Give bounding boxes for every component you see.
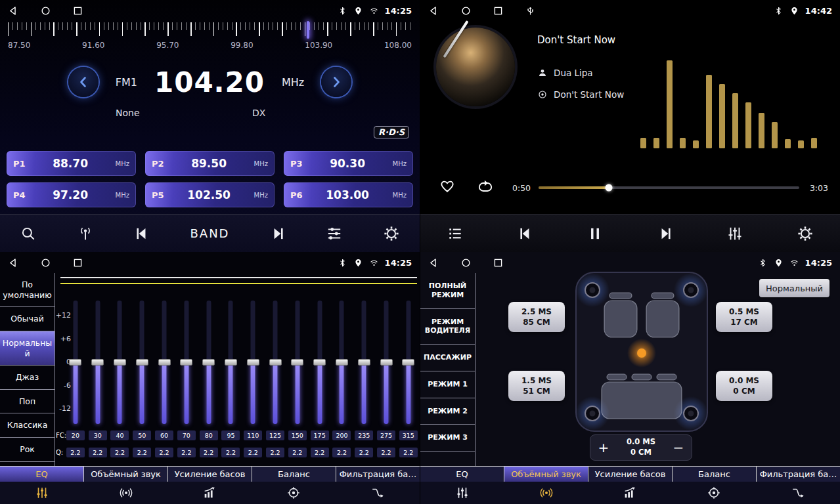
preset-p3-button[interactable]: P390.30MHz [284,151,413,176]
mixer-icon[interactable] [726,225,743,242]
eq-band-slider[interactable] [317,301,322,424]
frequency-ruler[interactable] [8,21,412,39]
surround-mode-item[interactable]: РЕЖИМ ВОДИТЕЛЯ [420,309,475,345]
increase-delay-button[interactable]: + [590,441,617,454]
eq-preset-item[interactable]: Классика [0,413,55,438]
home-icon[interactable] [40,257,51,268]
back-icon[interactable] [8,257,19,268]
tab-bass-boost[interactable]: Усиление басов [168,467,252,482]
tab-eq[interactable]: EQ [0,467,84,482]
tab-filter[interactable]: Фильтрация ба… [336,467,420,482]
surround-mode-item[interactable]: ПАССАЖИР [420,345,475,371]
decrease-delay-button[interactable]: − [665,441,692,454]
eq-preset-item[interactable]: Джаз [0,366,55,390]
eq-band-slider[interactable] [340,301,344,424]
tune-up-button[interactable] [321,67,351,97]
eq-slider-handle[interactable] [402,359,414,366]
eq-slider-handle[interactable] [336,359,348,366]
surround-mode-item[interactable]: РЕЖИМ 3 [420,425,475,452]
surround-sound-icon[interactable] [504,482,588,504]
eq-band-slider[interactable] [295,301,299,424]
tune-down-button[interactable] [68,67,99,97]
band-button[interactable]: BAND [190,226,229,240]
home-icon[interactable] [460,5,472,16]
filter-icon[interactable] [336,482,420,504]
delay-rear-right[interactable]: 0.0 MS 0 CM [716,371,772,401]
preset-p5-button[interactable]: P5102.50MHz [145,182,275,207]
eq-slider-handle[interactable] [225,359,237,366]
eq-preset-item[interactable]: Нормальный [0,331,55,366]
eq-band-slider[interactable] [118,301,122,424]
eq-band-slider[interactable] [362,301,366,424]
scan-search-icon[interactable] [20,225,37,242]
eq-band-slider[interactable] [206,301,211,424]
eq-preset-item[interactable]: Рок [0,438,55,462]
delay-rear-left[interactable]: 1.5 MS 51 CM [508,371,565,401]
recents-icon[interactable] [493,5,504,16]
filter-icon[interactable] [756,482,840,504]
eq-slider-handle[interactable] [247,359,259,366]
settings-gear-icon[interactable] [383,225,400,242]
pause-icon[interactable] [586,225,604,242]
eq-slider-handle[interactable] [269,359,282,366]
eq-preset-item[interactable]: Обычай [0,307,55,331]
eq-slider-handle[interactable] [114,359,126,366]
surround-mode-item[interactable]: ПОЛНЫЙ РЕЖИМ [420,273,475,309]
eq-band-slider[interactable] [184,301,188,424]
tab-eq[interactable]: EQ [420,467,504,482]
eq-slider-handle[interactable] [136,359,148,366]
tab-balance[interactable]: Баланс [673,467,757,482]
broadcast-antenna-icon[interactable] [77,225,94,242]
preset-p2-button[interactable]: P289.50MHz [145,151,275,176]
eq-sliders-icon[interactable] [420,482,504,504]
surround-mode-item[interactable]: РЕЖИМ 1 [420,371,475,398]
eq-band-slider[interactable] [384,301,389,424]
home-icon[interactable] [460,257,472,268]
tab-surround-sound[interactable]: Объёмный звук [84,467,168,482]
eq-preset-item[interactable]: По умолчанию [0,273,55,307]
next-track-icon[interactable] [657,225,674,242]
tuner-pointer[interactable] [307,21,309,39]
eq-slider-handle[interactable] [380,359,393,366]
preset-p4-button[interactable]: P497.20MHz [7,182,136,207]
eq-slider-handle[interactable] [69,359,81,366]
eq-band-slider[interactable] [95,301,100,424]
preset-p1-button[interactable]: P188.70MHz [7,151,136,176]
equalizer-icon[interactable] [326,225,343,242]
recents-icon[interactable] [72,257,83,268]
eq-band-slider[interactable] [162,301,167,424]
preset-p6-button[interactable]: P6103.00MHz [284,182,413,207]
tab-balance[interactable]: Баланс [252,467,336,482]
surround-sound-icon[interactable] [84,482,168,504]
playlist-icon[interactable] [447,225,464,242]
bass-boost-icon[interactable] [588,482,673,504]
repeat-button[interactable] [477,178,494,198]
tab-surround-sound[interactable]: Объёмный звук [504,467,588,482]
eq-preset-item[interactable]: Поп [0,390,55,414]
tab-filter[interactable]: Фильтрация ба… [757,467,840,482]
recents-icon[interactable] [72,5,83,16]
home-icon[interactable] [40,5,51,16]
delay-front-left[interactable]: 2.5 MS 85 CM [508,302,565,332]
tab-bass-boost[interactable]: Усиление басов [588,467,673,482]
eq-band-slider[interactable] [251,301,255,424]
eq-slider-handle[interactable] [313,359,326,366]
bass-boost-icon[interactable] [168,482,252,504]
eq-slider-handle[interactable] [91,359,104,366]
progress-bar[interactable] [539,186,799,189]
settings-gear-icon[interactable] [797,225,814,242]
eq-slider-handle[interactable] [180,359,192,366]
eq-band-slider[interactable] [406,301,410,424]
favorite-button[interactable] [439,178,456,198]
back-icon[interactable] [428,5,439,16]
back-icon[interactable] [8,5,19,16]
previous-station-icon[interactable] [133,225,150,242]
delay-front-right[interactable]: 0.5 MS 17 CM [716,302,772,332]
balance-icon[interactable] [252,482,336,504]
eq-band-slider[interactable] [140,301,144,424]
eq-slider-handle[interactable] [358,359,370,366]
eq-sliders-icon[interactable] [0,482,84,504]
next-station-icon[interactable] [269,225,286,242]
eq-slider-handle[interactable] [291,359,303,366]
eq-band-slider[interactable] [73,301,77,424]
